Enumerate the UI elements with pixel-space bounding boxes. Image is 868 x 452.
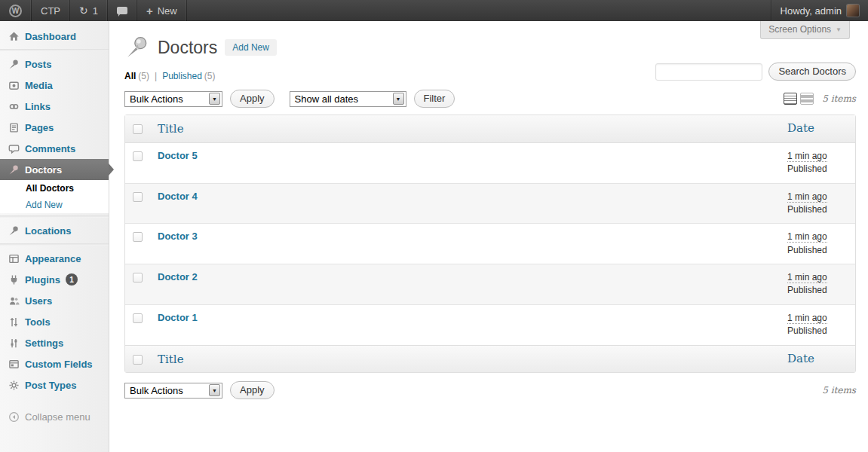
- custom-fields-icon: [8, 358, 20, 370]
- items-count: 5 items: [822, 385, 856, 396]
- post-title-link[interactable]: Doctor 4: [158, 191, 198, 202]
- comments-menu[interactable]: [108, 0, 137, 21]
- sidebar-item[interactable]: Locations: [0, 220, 109, 241]
- sidebar-item-label: All Doctors: [26, 183, 74, 194]
- page-title-bar: Doctors Add New: [124, 35, 856, 60]
- new-content-menu[interactable]: + New: [137, 0, 187, 21]
- row-checkbox[interactable]: [133, 313, 143, 323]
- pushpin-icon: [8, 163, 20, 176]
- wp-logo-menu[interactable]: W: [0, 0, 32, 21]
- relative-date: 1 min ago: [787, 313, 827, 324]
- apply-button[interactable]: Apply: [230, 90, 275, 108]
- filter-button[interactable]: Filter: [414, 90, 455, 108]
- sidebar-item-label: Appearance: [25, 253, 81, 264]
- bulk-actions-value: Bulk Actions: [130, 385, 183, 396]
- new-label: New: [158, 5, 177, 17]
- status-view-link[interactable]: Published(5): [162, 71, 215, 81]
- sidebar-item[interactable]: All Doctors: [0, 180, 109, 197]
- table-row: Doctor 3 1 min ago Published: [125, 223, 855, 264]
- sidebar-item-label: Tools: [25, 316, 51, 328]
- admin-sidebar-menu: Dashboard Posts Media Links Pages Commen…: [0, 21, 109, 452]
- relative-date: 1 min ago: [787, 272, 827, 283]
- column-date-header[interactable]: Date: [787, 121, 814, 135]
- site-name-menu[interactable]: CTP: [32, 0, 70, 21]
- column-title-header[interactable]: Title: [158, 122, 184, 136]
- sidebar-item-label: Dashboard: [25, 31, 76, 42]
- tablenav-bottom: Bulk Actions ▼ Apply 5 items: [124, 380, 856, 400]
- post-status: Published: [787, 204, 827, 215]
- sidebar-item-label: Posts: [25, 59, 51, 70]
- sidebar-item[interactable]: Appearance: [0, 248, 109, 269]
- sidebar-item[interactable]: Media: [0, 75, 109, 96]
- account-menu[interactable]: Howdy, admin: [771, 0, 868, 21]
- excerpt-view-icon[interactable]: [800, 93, 814, 105]
- screen-options-tab[interactable]: Screen Options ▼: [760, 21, 850, 39]
- sidebar-item-label: Collapse menu: [25, 411, 90, 423]
- select-all-checkbox[interactable]: [133, 355, 143, 365]
- select-arrow-icon: ▼: [393, 93, 404, 105]
- sidebar-item[interactable]: Post Types: [0, 374, 109, 396]
- sidebar-item-label: Doctors: [25, 164, 62, 176]
- tablenav-top: Bulk Actions ▼ Apply Show all dates ▼ Fi…: [124, 89, 856, 108]
- post-title-link[interactable]: Doctor 3: [158, 231, 198, 242]
- add-new-button[interactable]: Add New: [225, 39, 277, 56]
- column-title-header[interactable]: Title: [158, 353, 184, 366]
- sidebar-item[interactable]: Custom Fields: [0, 353, 109, 374]
- site-name-label: CTP: [41, 5, 60, 17]
- row-checkbox[interactable]: [133, 192, 143, 202]
- column-date-header[interactable]: Date: [787, 352, 814, 365]
- table-body: Doctor 5 1 min ago Published Doctor 4 1 …: [125, 143, 855, 345]
- relative-date: 1 min ago: [787, 231, 827, 243]
- sidebar-item[interactable]: Doctors: [0, 159, 109, 180]
- sidebar-item[interactable]: Settings: [0, 332, 109, 353]
- admin-bar: W CTP ↻ 1 + New Howdy, admin: [0, 0, 868, 21]
- apply-button[interactable]: Apply: [230, 381, 275, 399]
- select-all-checkbox[interactable]: [133, 124, 143, 134]
- dates-filter-select[interactable]: Show all dates ▼: [290, 91, 406, 107]
- sidebar-item[interactable]: Plugins 1: [0, 269, 109, 290]
- status-view-link[interactable]: All(5): [124, 71, 149, 81]
- post-title-link[interactable]: Doctor 5: [158, 150, 198, 161]
- post-title-link[interactable]: Doctor 2: [158, 271, 198, 282]
- media-icon: [8, 79, 20, 91]
- sidebar-item[interactable]: Users: [0, 290, 109, 311]
- sidebar-item[interactable]: Tools: [0, 311, 109, 332]
- search-doctors-button[interactable]: Search Doctors: [768, 63, 856, 81]
- table-row: Doctor 2 1 min ago Published: [125, 264, 855, 304]
- post-status: Published: [787, 163, 827, 174]
- row-checkbox[interactable]: [133, 151, 143, 161]
- bulk-actions-select[interactable]: Bulk Actions ▼: [124, 383, 222, 399]
- updates-menu[interactable]: ↻ 1: [70, 0, 108, 21]
- post-status: Published: [787, 285, 827, 295]
- view-separator: |: [155, 71, 157, 81]
- links-icon: [8, 100, 20, 112]
- sidebar-item[interactable]: Add New: [0, 197, 109, 213]
- sidebar-item-label: Add New: [26, 200, 63, 210]
- list-view-icon[interactable]: [784, 93, 797, 105]
- sidebar-item[interactable]: Collapse menu: [0, 406, 109, 427]
- view-switcher: [784, 93, 814, 105]
- sidebar-item[interactable]: Dashboard: [0, 26, 109, 47]
- search-input[interactable]: [655, 63, 762, 81]
- main-content: Doctors Add New Search Doctors All(5) | …: [109, 21, 868, 452]
- home-icon: [8, 30, 20, 42]
- bulk-actions-select[interactable]: Bulk Actions ▼: [124, 91, 222, 107]
- sidebar-item-label: Users: [25, 295, 52, 307]
- row-checkbox[interactable]: [133, 232, 143, 242]
- post-title-link[interactable]: Doctor 1: [158, 312, 198, 323]
- sidebar-item[interactable]: Links: [0, 96, 109, 117]
- sidebar-item[interactable]: Pages: [0, 117, 109, 138]
- row-checkbox[interactable]: [133, 273, 143, 282]
- select-arrow-icon: ▼: [209, 93, 220, 105]
- table-footer: Title Date: [125, 345, 855, 373]
- sidebar-item[interactable]: Posts: [0, 53, 109, 75]
- menu-separator: [0, 215, 109, 218]
- pages-icon: [8, 121, 20, 133]
- sidebar-item-label: Comments: [25, 143, 75, 154]
- sidebar-item-label: Locations: [25, 225, 71, 237]
- post-status: Published: [787, 325, 827, 336]
- howdy-label: Howdy, admin: [781, 5, 842, 17]
- plugin-icon: [8, 273, 20, 286]
- sidebar-item[interactable]: Comments: [0, 138, 109, 159]
- search-box: Search Doctors: [655, 63, 856, 81]
